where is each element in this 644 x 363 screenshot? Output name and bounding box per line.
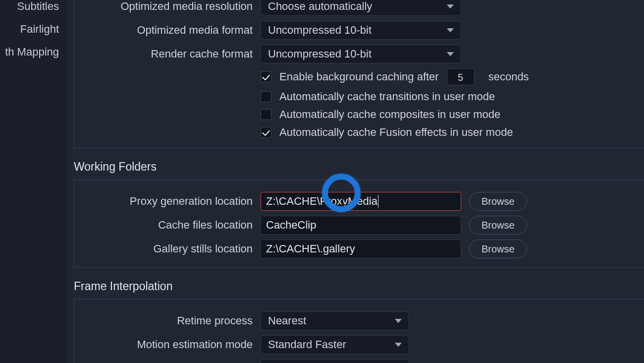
select-value: Standard Faster: [268, 338, 346, 351]
divider: [74, 148, 644, 148]
working-folders-title: Working Folders: [74, 160, 644, 174]
auto-cache-fusion-checkbox[interactable]: [261, 127, 271, 138]
cache-browse-button[interactable]: Browse: [469, 216, 527, 235]
auto-cache-transitions-label: Automatically cache transitions in user …: [279, 90, 495, 103]
motion-range-select[interactable]: Medium: [261, 359, 409, 363]
retime-process-select[interactable]: Nearest: [261, 311, 409, 330]
settings-main-panel: Optimized media resolution Choose automa…: [67, 0, 644, 363]
optimized-media-section: Optimized media resolution Choose automa…: [74, 0, 644, 148]
frame-interpolation-section: Retime process Nearest Motion estimation…: [74, 299, 644, 363]
sidebar-item-subtitles[interactable]: Subtitles: [0, 0, 67, 18]
gallery-stills-location-input[interactable]: Z:\CACHE\.gallery: [261, 240, 461, 258]
text-caret: [378, 195, 378, 208]
divider: [74, 267, 644, 268]
optimized-format-select[interactable]: Uncompressed 10-bit: [261, 21, 461, 40]
optimized-resolution-select[interactable]: Choose automatically: [261, 0, 461, 16]
auto-cache-composites-checkbox[interactable]: [261, 109, 271, 120]
select-value: Uncompressed 10-bit: [268, 48, 372, 60]
auto-cache-transitions-checkbox[interactable]: [261, 91, 271, 102]
input-value: Z:\CACHE\ProxyMedia: [266, 195, 377, 208]
sidebar-item-path-mapping[interactable]: th Mapping: [0, 41, 67, 63]
select-value: Nearest: [268, 314, 306, 327]
proxy-location-label: Proxy generation location: [74, 195, 261, 208]
chevron-down-icon: [395, 317, 402, 324]
input-value: Z:\CACHE\.gallery: [266, 242, 355, 255]
bg-cache-suffix: seconds: [488, 70, 529, 83]
working-folders-section: Proxy generation location Z:\CACHE\Proxy…: [74, 180, 644, 267]
settings-sidebar: Subtitles Fairlight th Mapping: [0, 0, 67, 363]
chevron-down-icon: [447, 27, 454, 34]
chevron-down-icon: [447, 3, 454, 10]
frame-interpolation-title: Frame Interpolation: [74, 280, 644, 293]
motion-estimation-select[interactable]: Standard Faster: [261, 335, 409, 354]
render-cache-format-select[interactable]: Uncompressed 10-bit: [261, 45, 461, 63]
gallery-browse-button[interactable]: Browse: [469, 240, 527, 258]
proxy-browse-button[interactable]: Browse: [469, 192, 527, 211]
bg-cache-label: Enable background caching after: [279, 70, 439, 83]
optimized-resolution-label: Optimized media resolution: [74, 0, 261, 13]
cache-files-location-label: Cache files location: [74, 219, 261, 232]
cache-files-location-input[interactable]: CacheClip: [261, 216, 461, 235]
retime-process-label: Retime process: [74, 314, 261, 327]
optimized-format-label: Optimized media format: [74, 24, 261, 37]
input-value: CacheClip: [266, 219, 317, 232]
select-value: Uncompressed 10-bit: [268, 24, 372, 37]
render-cache-format-label: Render cache format: [74, 48, 261, 60]
sidebar-item-fairlight[interactable]: Fairlight: [0, 18, 67, 41]
motion-estimation-label: Motion estimation mode: [74, 338, 261, 351]
auto-cache-fusion-label: Automatically cache Fusion effects in us…: [279, 126, 513, 139]
bg-cache-checkbox[interactable]: [261, 71, 271, 82]
gallery-stills-location-label: Gallery stills location: [74, 242, 261, 255]
proxy-location-input[interactable]: Z:\CACHE\ProxyMedia: [261, 192, 461, 211]
chevron-down-icon: [447, 51, 454, 58]
auto-cache-composites-label: Automatically cache composites in user m…: [279, 108, 500, 121]
chevron-down-icon: [395, 341, 402, 348]
select-value: Choose automatically: [268, 0, 372, 13]
bg-cache-seconds-input[interactable]: 5: [447, 68, 475, 85]
